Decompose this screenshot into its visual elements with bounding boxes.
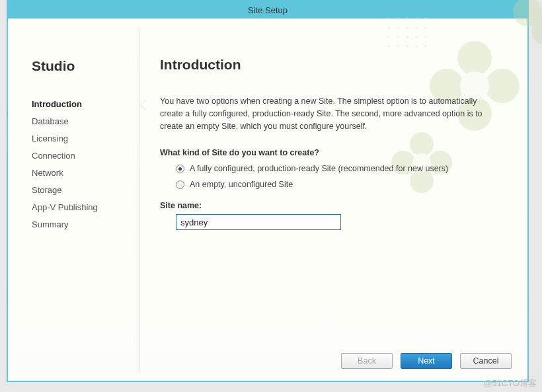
content-area: Studio Introduction Database Licensing C… — [8, 19, 527, 381]
nav-introduction[interactable]: Introduction — [32, 99, 140, 109]
intro-text: You have two options when creating a new… — [160, 95, 501, 132]
site-name-label: Site name: — [160, 201, 501, 210]
radio-icon — [176, 180, 184, 189]
wizard-window: Site Setup — [7, 0, 529, 382]
radio-icon — [176, 165, 184, 173]
window-title: Site Setup — [248, 5, 288, 15]
site-name-input[interactable] — [176, 214, 341, 230]
radio-empty-site[interactable]: An empty, unconfigured Site — [176, 180, 501, 189]
titlebar: Site Setup — [8, 1, 527, 19]
radio-label: A fully configured, production-ready Sit… — [190, 164, 448, 173]
back-button[interactable]: Back — [341, 353, 393, 369]
nav-network[interactable]: Network — [32, 168, 140, 178]
brand-title: Studio — [32, 58, 140, 74]
radio-full-site[interactable]: A fully configured, production-ready Sit… — [176, 164, 501, 173]
sidebar: Studio Introduction Database Licensing C… — [8, 19, 140, 381]
cancel-button[interactable]: Cancel — [460, 353, 512, 369]
svg-point-11 — [531, 16, 542, 45]
nav-appv-publishing[interactable]: App-V Publishing — [32, 202, 140, 212]
nav-database[interactable]: Database — [32, 116, 140, 126]
radio-label: An empty, unconfigured Site — [190, 180, 293, 189]
page-title: Introduction — [160, 57, 501, 73]
button-row: Back Next Cancel — [341, 353, 512, 369]
nav-summary[interactable]: Summary — [32, 219, 140, 229]
nav-licensing[interactable]: Licensing — [32, 134, 140, 143]
site-kind-question: What kind of Site do you want to create? — [160, 148, 501, 157]
nav-storage[interactable]: Storage — [32, 185, 140, 195]
nav-connection[interactable]: Connection — [32, 151, 140, 161]
main-panel: Introduction You have two options when c… — [140, 19, 527, 381]
watermark: @51CTO博客 — [483, 377, 537, 389]
next-button[interactable]: Next — [401, 353, 452, 369]
